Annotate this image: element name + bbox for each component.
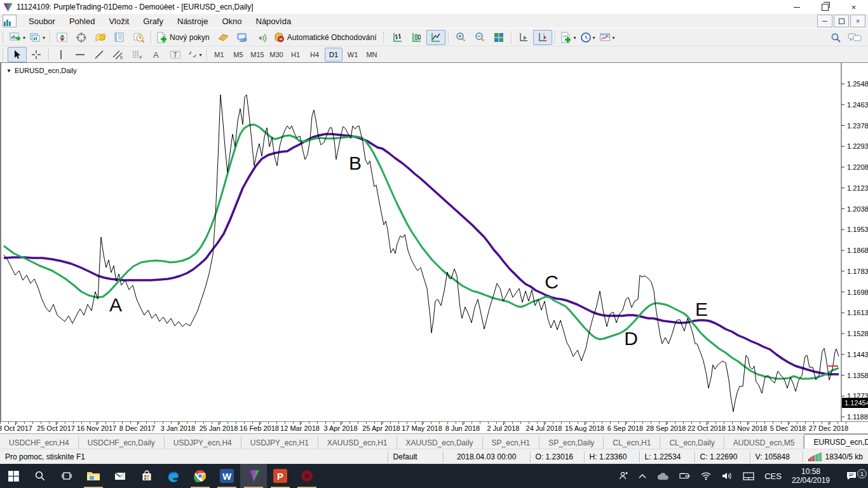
menu-item[interactable]: Nástroje — [170, 15, 215, 27]
indicators-button[interactable]: ▾ — [558, 30, 578, 45]
chart-tab[interactable]: USDJPY_ecn,H1 — [241, 436, 318, 449]
powerpoint-button[interactable]: P — [267, 464, 294, 488]
annotation-letter-E: E — [695, 299, 708, 320]
timeframe-button-mn[interactable]: MN — [363, 48, 381, 62]
text-label-button[interactable]: T — [166, 47, 185, 62]
chart-tab[interactable]: XAUUSD_ecn,H1 — [318, 436, 397, 449]
minimize-button[interactable] — [782, 0, 811, 14]
navigator-button[interactable] — [91, 30, 110, 45]
profiles-button[interactable]: ▾ — [27, 30, 47, 45]
strategy-tester-button[interactable] — [129, 30, 148, 45]
timeframe-button-m15[interactable]: M15 — [248, 48, 266, 62]
timeframe-button-m30[interactable]: M30 — [268, 48, 285, 62]
chart-shift-button[interactable] — [533, 30, 552, 45]
cursor-button[interactable] — [8, 47, 27, 62]
red-app-button[interactable] — [294, 464, 320, 488]
task-view-button[interactable] — [53, 464, 80, 488]
file-explorer-button[interactable] — [80, 464, 107, 488]
close-button[interactable]: × — [839, 0, 868, 14]
notification-center-button[interactable]: 1 — [835, 471, 868, 481]
tile-windows-button[interactable] — [489, 30, 508, 45]
menu-item[interactable]: Grafy — [136, 15, 170, 27]
trendline-button[interactable] — [90, 47, 109, 62]
mail-button[interactable] — [107, 464, 133, 488]
edge-button[interactable] — [160, 464, 187, 488]
taskbar-clock[interactable]: 10:5822/04/2019 — [787, 467, 835, 485]
chart-tab[interactable]: USDJPY_ecn,H4 — [165, 436, 241, 449]
periods-button[interactable]: ▾ — [578, 30, 597, 45]
auto-scroll-button[interactable] — [514, 30, 533, 45]
chart-tab[interactable]: USDCHF_ecn,H4 — [0, 436, 79, 449]
chart-tab[interactable]: AUDUSD_ecn,M5 — [724, 436, 804, 449]
chart-tab[interactable]: USDCHF_ecn,Daily — [79, 436, 165, 449]
chart-tab[interactable]: XAUUSD_ecn,Daily — [397, 436, 483, 449]
date-axis[interactable]: 3 Oct 201725 Oct 201716 Nov 20178 Dec 20… — [0, 421, 868, 434]
data-window-button[interactable] — [72, 30, 91, 45]
battery-icon[interactable] — [674, 472, 695, 480]
fibonacci-button[interactable]: F — [128, 47, 147, 62]
purpletrading-app-button[interactable] — [240, 464, 267, 488]
zoom-in-button[interactable] — [451, 30, 470, 45]
timeframe-button-w1[interactable]: W1 — [344, 48, 362, 62]
market-watch-button[interactable] — [53, 30, 72, 45]
chrome-button[interactable] — [187, 464, 214, 488]
taskbar-search-button[interactable] — [27, 464, 53, 488]
new-chart-button[interactable]: ▾ — [8, 30, 27, 45]
terminal-button[interactable] — [110, 30, 129, 45]
timeframe-button-m5[interactable]: M5 — [229, 48, 247, 62]
bar-chart-button[interactable] — [388, 30, 407, 45]
timeframe-button-d1[interactable]: D1 — [325, 48, 342, 62]
start-button[interactable] — [0, 464, 27, 488]
line-chart-button[interactable] — [426, 30, 445, 45]
candle-chart-button[interactable] — [407, 30, 426, 45]
new-order-button[interactable]: Nový pokyn — [154, 30, 214, 45]
menu-item[interactable]: Pohled — [62, 15, 102, 27]
chart-tab[interactable]: CL_ecn,H1 — [604, 436, 660, 449]
vertical-line-button[interactable] — [51, 47, 71, 62]
wifi-icon[interactable] — [695, 471, 717, 480]
restore-button[interactable] — [811, 0, 839, 14]
status-profile[interactable]: Default — [388, 452, 443, 461]
timeframe-button-h4[interactable]: H4 — [306, 48, 323, 62]
crosshair-button[interactable] — [27, 47, 46, 62]
chart-canvas[interactable]: ABCDE1.254851.246351.237851.229351.22085… — [1, 63, 868, 422]
zoom-out-button[interactable] — [470, 30, 489, 45]
menu-item[interactable]: Soubor — [22, 15, 62, 27]
chart-tab[interactable]: SP_ecn,Daily — [539, 436, 604, 449]
autotrading-button[interactable]: Automatické Obchodování — [271, 30, 381, 45]
horizontal-line-button[interactable] — [71, 47, 90, 62]
mdi-minimize-button[interactable] — [817, 15, 832, 27]
speaker-icon[interactable] — [717, 471, 738, 480]
signals-button[interactable] — [252, 30, 271, 45]
chart-tab[interactable]: EURUSD_ecn,Daily — [804, 434, 868, 450]
mdi-restore-button[interactable] — [834, 15, 849, 27]
store-button[interactable] — [133, 464, 160, 488]
date-axis-label: 16 Feb 2018 — [240, 424, 279, 432]
people-icon[interactable] — [613, 471, 634, 481]
menu-item[interactable]: Nápovìda — [249, 15, 299, 27]
chart-tab[interactable]: CL_ecn,Daily — [660, 436, 724, 449]
timeframe-button-h1[interactable]: H1 — [287, 48, 304, 62]
word-button[interactable]: W — [214, 464, 240, 488]
timeframe-button-m1[interactable]: M1 — [210, 48, 228, 62]
experts-button[interactable] — [233, 30, 252, 45]
chart-tab[interactable]: SP_ecn,H1 — [483, 436, 540, 449]
onedrive-icon[interactable] — [651, 472, 674, 480]
search-icon[interactable] — [831, 32, 841, 43]
arrows-button[interactable]: ▾ — [185, 47, 204, 62]
touchpad-icon[interactable] — [738, 472, 759, 480]
metaeditor-button[interactable] — [214, 30, 233, 45]
chart-tab-bar: USDCHF_ecn,H4USDCHF_ecn,DailyUSDJPY_ecn,… — [0, 433, 868, 449]
text-button[interactable]: A — [147, 47, 166, 62]
templates-button[interactable]: ▾ — [597, 30, 617, 45]
mdi-close-button[interactable]: × — [850, 15, 865, 27]
channel-button[interactable]: E — [109, 47, 128, 62]
chat-icon[interactable] — [848, 32, 862, 43]
svg-text:F: F — [140, 55, 142, 60]
chart-symbol-label[interactable]: ▼ EURUSD_ecn,Daily — [6, 67, 77, 74]
experts-icon — [236, 32, 248, 43]
language-indicator[interactable]: CES — [759, 471, 787, 481]
menu-item[interactable]: Okno — [215, 15, 248, 27]
menu-item[interactable]: Vložit — [102, 15, 136, 27]
tray-chevron-up-icon[interactable] — [634, 473, 651, 478]
